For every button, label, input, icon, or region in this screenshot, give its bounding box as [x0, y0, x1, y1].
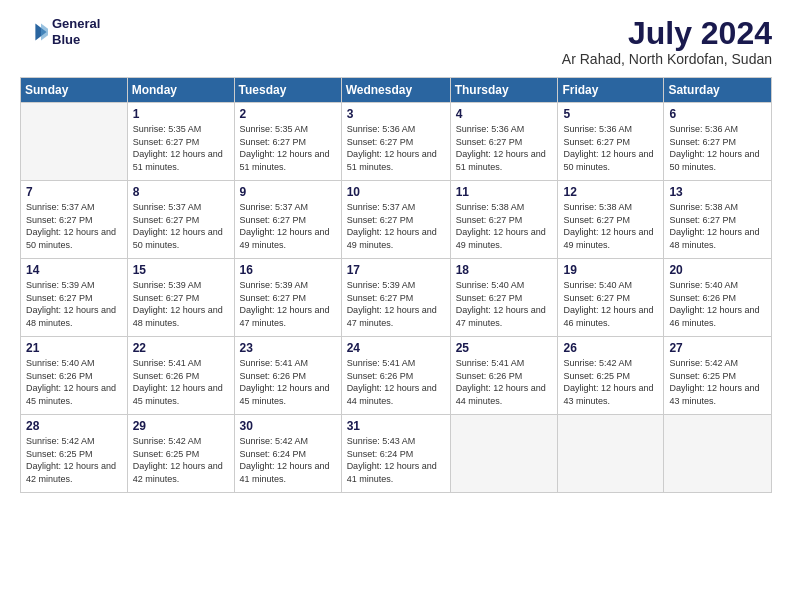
calendar-cell: 26Sunrise: 5:42 AMSunset: 6:25 PMDayligh…	[558, 337, 664, 415]
day-info: Sunrise: 5:42 AMSunset: 6:25 PMDaylight:…	[26, 435, 122, 485]
day-info: Sunrise: 5:37 AMSunset: 6:27 PMDaylight:…	[133, 201, 229, 251]
calendar-cell: 25Sunrise: 5:41 AMSunset: 6:26 PMDayligh…	[450, 337, 558, 415]
day-number: 31	[347, 419, 445, 433]
daylight-label: Daylight: 12 hours and 45 minutes.	[133, 383, 223, 406]
sunrise-label: Sunrise: 5:42 AM	[563, 358, 632, 368]
sunset-label: Sunset: 6:25 PM	[669, 371, 736, 381]
day-info: Sunrise: 5:41 AMSunset: 6:26 PMDaylight:…	[456, 357, 553, 407]
day-info: Sunrise: 5:42 AMSunset: 6:25 PMDaylight:…	[133, 435, 229, 485]
calendar-week-row: 1Sunrise: 5:35 AMSunset: 6:27 PMDaylight…	[21, 103, 772, 181]
daylight-label: Daylight: 12 hours and 46 minutes.	[669, 305, 759, 328]
calendar-cell	[450, 415, 558, 493]
day-info: Sunrise: 5:41 AMSunset: 6:26 PMDaylight:…	[133, 357, 229, 407]
day-number: 18	[456, 263, 553, 277]
calendar-cell: 3Sunrise: 5:36 AMSunset: 6:27 PMDaylight…	[341, 103, 450, 181]
daylight-label: Daylight: 12 hours and 44 minutes.	[456, 383, 546, 406]
calendar-cell: 6Sunrise: 5:36 AMSunset: 6:27 PMDaylight…	[664, 103, 772, 181]
logo-icon	[20, 18, 48, 46]
day-info: Sunrise: 5:37 AMSunset: 6:27 PMDaylight:…	[26, 201, 122, 251]
header: General Blue July 2024 Ar Rahad, North K…	[20, 16, 772, 67]
day-number: 24	[347, 341, 445, 355]
day-info: Sunrise: 5:40 AMSunset: 6:27 PMDaylight:…	[456, 279, 553, 329]
day-number: 5	[563, 107, 658, 121]
calendar-cell: 30Sunrise: 5:42 AMSunset: 6:24 PMDayligh…	[234, 415, 341, 493]
daylight-label: Daylight: 12 hours and 51 minutes.	[133, 149, 223, 172]
daylight-label: Daylight: 12 hours and 50 minutes.	[133, 227, 223, 250]
sunrise-label: Sunrise: 5:41 AM	[456, 358, 525, 368]
sunrise-label: Sunrise: 5:36 AM	[347, 124, 416, 134]
sunset-label: Sunset: 6:26 PM	[669, 293, 736, 303]
sunrise-label: Sunrise: 5:39 AM	[347, 280, 416, 290]
daylight-label: Daylight: 12 hours and 45 minutes.	[26, 383, 116, 406]
day-number: 6	[669, 107, 766, 121]
day-number: 20	[669, 263, 766, 277]
daylight-label: Daylight: 12 hours and 46 minutes.	[563, 305, 653, 328]
calendar-cell: 7Sunrise: 5:37 AMSunset: 6:27 PMDaylight…	[21, 181, 128, 259]
sunset-label: Sunset: 6:27 PM	[456, 293, 523, 303]
daylight-label: Daylight: 12 hours and 41 minutes.	[347, 461, 437, 484]
day-info: Sunrise: 5:42 AMSunset: 6:25 PMDaylight:…	[563, 357, 658, 407]
sunset-label: Sunset: 6:27 PM	[240, 215, 307, 225]
sunset-label: Sunset: 6:26 PM	[347, 371, 414, 381]
calendar-cell: 24Sunrise: 5:41 AMSunset: 6:26 PMDayligh…	[341, 337, 450, 415]
sunrise-label: Sunrise: 5:35 AM	[133, 124, 202, 134]
sunset-label: Sunset: 6:27 PM	[26, 215, 93, 225]
sunrise-label: Sunrise: 5:37 AM	[240, 202, 309, 212]
day-number: 16	[240, 263, 336, 277]
sunset-label: Sunset: 6:24 PM	[347, 449, 414, 459]
daylight-label: Daylight: 12 hours and 47 minutes.	[240, 305, 330, 328]
title-block: July 2024 Ar Rahad, North Kordofan, Suda…	[562, 16, 772, 67]
calendar-cell: 8Sunrise: 5:37 AMSunset: 6:27 PMDaylight…	[127, 181, 234, 259]
calendar-cell: 13Sunrise: 5:38 AMSunset: 6:27 PMDayligh…	[664, 181, 772, 259]
calendar-week-row: 7Sunrise: 5:37 AMSunset: 6:27 PMDaylight…	[21, 181, 772, 259]
calendar-cell: 4Sunrise: 5:36 AMSunset: 6:27 PMDaylight…	[450, 103, 558, 181]
sunset-label: Sunset: 6:27 PM	[456, 137, 523, 147]
day-number: 27	[669, 341, 766, 355]
day-number: 3	[347, 107, 445, 121]
day-info: Sunrise: 5:42 AMSunset: 6:25 PMDaylight:…	[669, 357, 766, 407]
day-number: 4	[456, 107, 553, 121]
sunset-label: Sunset: 6:25 PM	[563, 371, 630, 381]
day-info: Sunrise: 5:38 AMSunset: 6:27 PMDaylight:…	[669, 201, 766, 251]
day-info: Sunrise: 5:39 AMSunset: 6:27 PMDaylight:…	[26, 279, 122, 329]
sunrise-label: Sunrise: 5:39 AM	[240, 280, 309, 290]
sunset-label: Sunset: 6:27 PM	[133, 137, 200, 147]
sunrise-label: Sunrise: 5:42 AM	[133, 436, 202, 446]
page: General Blue July 2024 Ar Rahad, North K…	[0, 0, 792, 612]
sunset-label: Sunset: 6:27 PM	[133, 293, 200, 303]
day-info: Sunrise: 5:35 AMSunset: 6:27 PMDaylight:…	[240, 123, 336, 173]
sunrise-label: Sunrise: 5:37 AM	[347, 202, 416, 212]
day-info: Sunrise: 5:36 AMSunset: 6:27 PMDaylight:…	[563, 123, 658, 173]
daylight-label: Daylight: 12 hours and 51 minutes.	[240, 149, 330, 172]
sunrise-label: Sunrise: 5:38 AM	[456, 202, 525, 212]
col-header-wednesday: Wednesday	[341, 78, 450, 103]
sunset-label: Sunset: 6:27 PM	[347, 137, 414, 147]
calendar-cell: 19Sunrise: 5:40 AMSunset: 6:27 PMDayligh…	[558, 259, 664, 337]
day-info: Sunrise: 5:37 AMSunset: 6:27 PMDaylight:…	[347, 201, 445, 251]
calendar-table: SundayMondayTuesdayWednesdayThursdayFrid…	[20, 77, 772, 493]
day-number: 1	[133, 107, 229, 121]
day-number: 28	[26, 419, 122, 433]
day-info: Sunrise: 5:39 AMSunset: 6:27 PMDaylight:…	[240, 279, 336, 329]
day-info: Sunrise: 5:38 AMSunset: 6:27 PMDaylight:…	[456, 201, 553, 251]
sunset-label: Sunset: 6:26 PM	[26, 371, 93, 381]
day-info: Sunrise: 5:39 AMSunset: 6:27 PMDaylight:…	[347, 279, 445, 329]
sunset-label: Sunset: 6:25 PM	[26, 449, 93, 459]
day-number: 30	[240, 419, 336, 433]
calendar-cell: 1Sunrise: 5:35 AMSunset: 6:27 PMDaylight…	[127, 103, 234, 181]
col-header-monday: Monday	[127, 78, 234, 103]
daylight-label: Daylight: 12 hours and 47 minutes.	[456, 305, 546, 328]
daylight-label: Daylight: 12 hours and 45 minutes.	[240, 383, 330, 406]
col-header-sunday: Sunday	[21, 78, 128, 103]
sunrise-label: Sunrise: 5:42 AM	[240, 436, 309, 446]
calendar-week-row: 28Sunrise: 5:42 AMSunset: 6:25 PMDayligh…	[21, 415, 772, 493]
calendar-cell: 11Sunrise: 5:38 AMSunset: 6:27 PMDayligh…	[450, 181, 558, 259]
calendar-cell: 28Sunrise: 5:42 AMSunset: 6:25 PMDayligh…	[21, 415, 128, 493]
sunset-label: Sunset: 6:27 PM	[347, 215, 414, 225]
sunset-label: Sunset: 6:27 PM	[133, 215, 200, 225]
sunrise-label: Sunrise: 5:42 AM	[26, 436, 95, 446]
sunset-label: Sunset: 6:27 PM	[240, 293, 307, 303]
calendar-cell: 5Sunrise: 5:36 AMSunset: 6:27 PMDaylight…	[558, 103, 664, 181]
day-number: 23	[240, 341, 336, 355]
sunset-label: Sunset: 6:24 PM	[240, 449, 307, 459]
